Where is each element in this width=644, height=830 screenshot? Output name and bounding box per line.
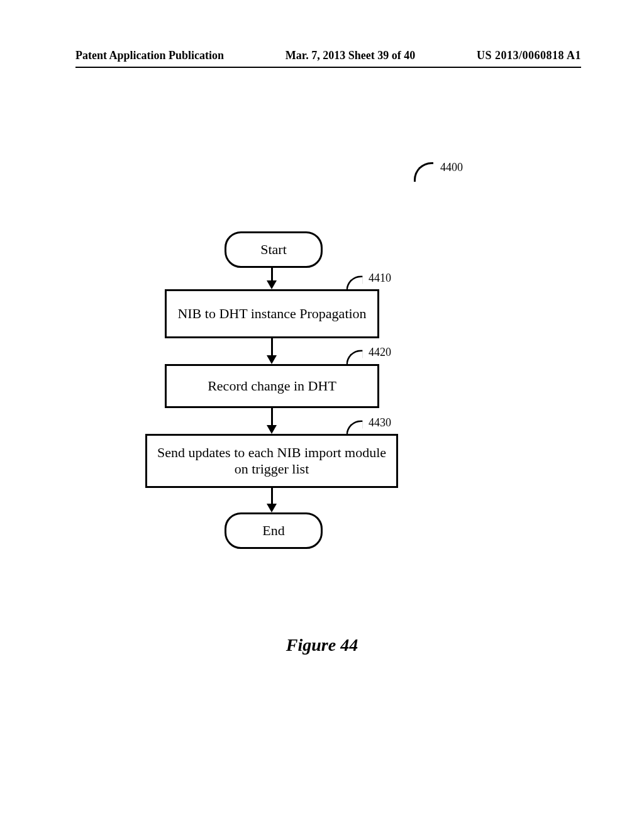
arrow-2-line (271, 338, 273, 356)
arrow-3-head (267, 425, 277, 434)
ref-label-step3: 4430 (369, 416, 391, 429)
ref-hook-figure (414, 162, 433, 182)
header-center: Mar. 7, 2013 Sheet 39 of 40 (286, 49, 415, 62)
node-end: End (225, 512, 323, 549)
arrow-1-line (271, 266, 273, 281)
arrow-4-line (271, 488, 273, 504)
node-end-label: End (262, 523, 284, 539)
node-start-label: Start (260, 241, 287, 258)
node-step1: NIB to DHT instance Propagation (165, 289, 379, 338)
node-step1-label: NIB to DHT instance Propagation (177, 306, 366, 322)
node-step2: Record change in DHT (165, 364, 379, 408)
figure-caption: Figure 44 (0, 635, 644, 655)
node-step3-label: Send updates to each NIB import module o… (153, 445, 390, 477)
ref-label-step2: 4420 (369, 346, 391, 359)
ref-label-figure: 4400 (440, 161, 463, 174)
arrow-2-head (267, 355, 277, 364)
header-left: Patent Application Publication (75, 49, 224, 62)
node-step2-label: Record change in DHT (208, 378, 336, 394)
flowchart-diagram: 4400 Start 4410 NIB to DHT instance Prop… (0, 151, 644, 591)
arrow-3-line (271, 408, 273, 426)
ref-label-step1: 4410 (369, 272, 391, 285)
page-container: Patent Application Publication Mar. 7, 2… (0, 0, 644, 830)
header-rule (75, 67, 581, 68)
page-header: Patent Application Publication Mar. 7, 2… (75, 49, 581, 62)
node-start: Start (225, 231, 323, 268)
header-right: US 2013/0060818 A1 (477, 49, 581, 62)
node-step3: Send updates to each NIB import module o… (145, 434, 398, 488)
arrow-4-head (267, 504, 277, 512)
arrow-1-head (267, 280, 277, 289)
